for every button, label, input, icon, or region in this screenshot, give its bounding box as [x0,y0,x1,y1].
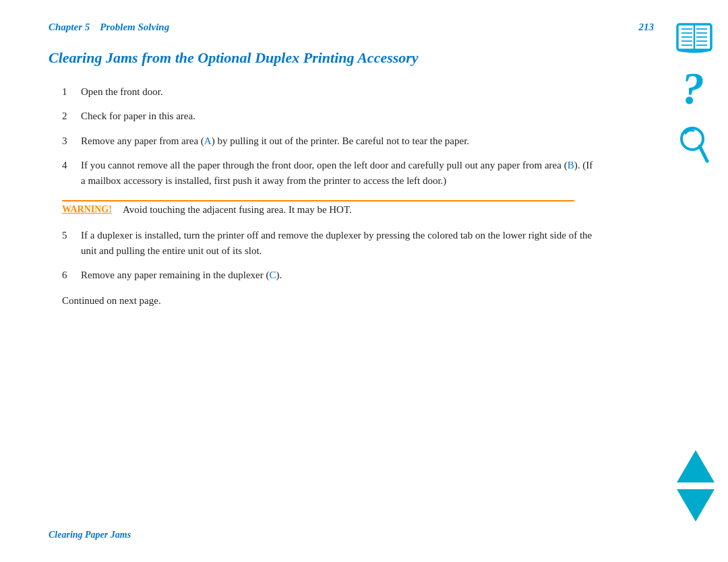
question-svg: ? [678,67,710,113]
warning-label: WARNING! [62,204,116,215]
magnify-svg [677,124,711,164]
arrow-up-button[interactable] [677,450,715,482]
step-text-4: If you cannot remove all the paper throu… [81,158,593,188]
step-num-1: 1 [62,84,81,100]
steps-list-1: 1 Open the front door. 2 Check for paper… [62,84,654,189]
continued-text: Continued on next page. [62,295,654,307]
nav-arrows [677,450,715,522]
warning-text: Avoid touching the adjacent fusing area.… [123,204,352,216]
step-text-2: Check for paper in this area. [81,108,593,124]
page-footer: Clearing Paper Jams [49,529,131,540]
step-4: 4 If you cannot remove all the paper thr… [62,158,654,188]
step-5: 5 If a duplexer is installed, turn the p… [62,228,654,258]
page-container: Chapter 5 Problem Solving 213 Clearing J… [0,0,728,562]
question-icon[interactable]: ? [677,68,711,112]
page-title: Clearing Jams from the Optional Duplex P… [49,48,601,68]
step-num-4: 4 [62,158,81,173]
header-chapter: Chapter 5 Problem Solving [49,22,169,33]
step-num-6: 6 [62,268,81,283]
svg-line-14 [700,146,707,161]
step-text-3: Remove any paper from area (A) by pullin… [81,133,593,149]
step-num-2: 2 [62,108,81,124]
link-B[interactable]: B [568,160,574,170]
step-2: 2 Check for paper in this area. [62,108,654,124]
svg-text:?: ? [681,67,704,113]
link-A[interactable]: A [204,135,212,146]
step-text-1: Open the front door. [81,84,593,100]
page-number: 213 [639,22,655,33]
link-C[interactable]: C [270,270,276,280]
page-header: Chapter 5 Problem Solving 213 [49,22,654,33]
chapter-title: Problem Solving [100,22,169,32]
chapter-label: Chapter 5 [49,22,90,32]
step-3: 3 Remove any paper from area (A) by pull… [62,133,654,149]
step-6: 6 Remove any paper remaining in the dupl… [62,268,654,283]
footer-label: Clearing Paper Jams [49,530,131,540]
step-num-3: 3 [62,133,81,149]
step-1: 1 Open the front door. [62,84,654,100]
magnify-icon[interactable] [677,124,711,164]
book-icon[interactable] [674,19,715,56]
warning-box: WARNING! Avoid touching the adjacent fus… [62,200,574,216]
book-svg [675,20,714,55]
sidebar-icons: ? [674,19,715,164]
arrow-down-button[interactable] [677,489,715,522]
step-num-5: 5 [62,228,81,243]
step-text-5: If a duplexer is installed, turn the pri… [81,228,593,258]
steps-list-2: 5 If a duplexer is installed, turn the p… [62,228,654,283]
step-text-6: Remove any paper remaining in the duplex… [81,268,593,283]
